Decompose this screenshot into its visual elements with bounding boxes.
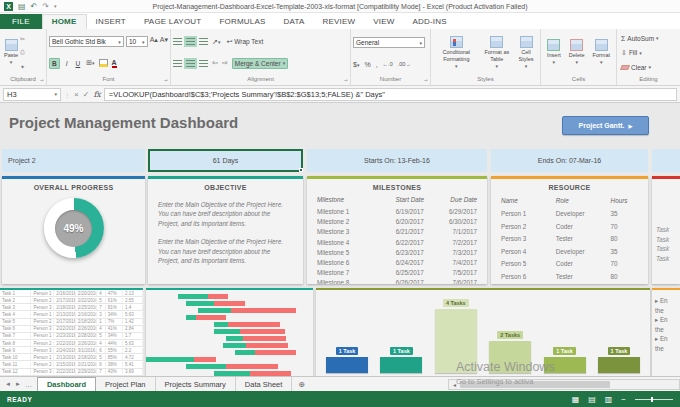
- increase-decimal-icon[interactable]: ←.0: [383, 61, 393, 67]
- percent-style-icon[interactable]: %: [364, 61, 370, 68]
- clipboard-dialog-launcher-icon[interactable]: ⌐: [40, 78, 44, 84]
- fill-button[interactable]: ⇩Fill▾: [619, 48, 644, 58]
- scrollbar-thumb[interactable]: [460, 381, 610, 388]
- italic-button[interactable]: I: [64, 59, 70, 68]
- shrink-font-icon[interactable]: A▾: [160, 36, 168, 47]
- task-table-row[interactable]: Task 9Person 32/24/20163/1/2016655%2.2: [0, 347, 143, 354]
- sheet-more-icon[interactable]: …: [25, 381, 32, 388]
- header-cell-partial[interactable]: [652, 149, 680, 172]
- qat-dropdown-icon[interactable]: ▾: [54, 3, 57, 9]
- zoom-out-icon[interactable]: −: [621, 395, 626, 404]
- task-table-row[interactable]: Task 1Person 12/16/20162/20/2016447%2.13: [0, 290, 143, 297]
- task-table-row[interactable]: Task 4Person 12/13/20162/16/2016334%5.63: [0, 311, 143, 318]
- font-dialog-launcher-icon[interactable]: ⌐: [164, 78, 168, 84]
- ribbon-tab-insert[interactable]: INSERT: [87, 15, 135, 29]
- fill-color-icon[interactable]: [99, 59, 108, 67]
- name-box[interactable]: H3 ▾: [3, 88, 61, 101]
- ribbon-tab-home[interactable]: HOME: [42, 14, 87, 29]
- align-middle-icon[interactable]: [186, 38, 195, 45]
- paste-button[interactable]: Paste ▾: [2, 31, 20, 74]
- insert-cells-button[interactable]: Insert▾: [545, 31, 563, 74]
- underline-button[interactable]: U: [74, 59, 83, 68]
- ribbon-tab-data[interactable]: DATA: [274, 15, 313, 29]
- task-table-row[interactable]: Task 3Person 32/18/20162/25/2016781%1.4: [0, 304, 143, 311]
- accounting-format-icon[interactable]: $▾: [353, 61, 359, 68]
- align-bottom-icon[interactable]: [199, 38, 208, 45]
- decrease-indent-icon[interactable]: ⇦: [212, 59, 218, 67]
- wrap-text-button[interactable]: ↩Wrap Text: [224, 37, 265, 47]
- copy-icon[interactable]: ⎙: [20, 49, 25, 56]
- sheet-tab-project-plan[interactable]: Project Plan: [96, 377, 155, 391]
- autosum-button[interactable]: ΣAutoSum▾: [619, 34, 661, 43]
- clear-button[interactable]: Clear▾: [619, 63, 653, 72]
- delete-cells-button[interactable]: Delete▾: [567, 31, 587, 74]
- alignment-dialog-launcher-icon[interactable]: ⌐: [344, 78, 348, 84]
- align-center-icon[interactable]: [186, 60, 195, 67]
- ribbon-tab-page-layout[interactable]: PAGE LAYOUT: [135, 15, 210, 29]
- cell-styles-button[interactable]: Cell Styles▾: [514, 31, 538, 74]
- ribbon-tab-view[interactable]: VIEW: [364, 15, 403, 29]
- task-table-row[interactable]: Task 10Person 12/13/20162/18/2016585%4.7…: [0, 354, 143, 361]
- ribbon-tab-formulas[interactable]: FORMULAS: [210, 15, 274, 29]
- task-table-row[interactable]: Task 11Person 22/15/20162/21/2016638%5.4…: [0, 361, 143, 368]
- new-sheet-icon[interactable]: ⊕: [292, 377, 311, 391]
- scroll-left-icon[interactable]: ◄: [449, 382, 460, 388]
- increase-indent-icon[interactable]: ⇨: [222, 59, 228, 67]
- project-name-cell[interactable]: Project 2: [2, 149, 145, 172]
- align-top-icon[interactable]: [173, 38, 182, 45]
- redo-icon[interactable]: ↷: [42, 2, 49, 11]
- sheet-tab-projects-summary[interactable]: Projects Summary: [156, 377, 236, 391]
- zoom-slider[interactable]: [635, 399, 673, 400]
- enter-icon[interactable]: ✓: [83, 90, 90, 99]
- sheet-prev-icon[interactable]: ◄: [5, 381, 11, 387]
- save-icon[interactable]: ▤: [18, 2, 26, 11]
- horizontal-scrollbar[interactable]: ◄: [448, 379, 680, 390]
- resource-row: Person 5 Coder 70: [501, 258, 638, 271]
- task-table-row[interactable]: Task 7Person 12/23/20162/28/2016534%1.7: [0, 333, 143, 340]
- start-date-cell[interactable]: Starts On: 13-Feb-16: [307, 149, 487, 172]
- insert-function-icon[interactable]: fx: [93, 90, 100, 99]
- format-cells-button[interactable]: Format▾: [591, 31, 612, 74]
- decrease-decimal-icon[interactable]: .00→: [398, 61, 411, 67]
- cancel-icon[interactable]: ×: [74, 90, 79, 99]
- page-layout-view-icon[interactable]: ▤: [588, 395, 596, 404]
- number-dialog-launcher-icon[interactable]: ⌐: [424, 78, 428, 84]
- fill-handle[interactable]: [299, 168, 303, 172]
- format-as-table-button[interactable]: Format as Table▾: [480, 31, 514, 74]
- ribbon-tab-add-ins[interactable]: ADD-INS: [403, 15, 455, 29]
- merge-center-button[interactable]: Merge & Center▾: [232, 58, 288, 69]
- conditional-formatting-button[interactable]: Conditional Formatting▾: [433, 31, 480, 74]
- format-painter-icon[interactable]: ✦: [20, 63, 25, 70]
- end-date-cell[interactable]: Ends On: 07-Mar-16: [491, 149, 648, 172]
- task-table-row[interactable]: Task 5Person 22/17/20162/18/201617%1.42: [0, 319, 143, 326]
- undo-icon[interactable]: ↶: [31, 2, 38, 11]
- grow-font-icon[interactable]: A▴: [150, 36, 158, 47]
- task-table-row[interactable]: Task 12Person 32/22/20162/29/2016743%3.6…: [0, 369, 143, 376]
- task-table-row[interactable]: Task 2Person 22/17/20162/22/2016561%2.55: [0, 297, 143, 304]
- normal-view-icon[interactable]: ▦: [572, 395, 580, 404]
- task-table-row[interactable]: Task 6Person 32/22/20162/26/2016441%2.84: [0, 326, 143, 333]
- sheet-tab-dashboard[interactable]: Dashboard: [37, 377, 96, 391]
- bold-button[interactable]: B: [49, 58, 60, 69]
- formula-input[interactable]: =VLOOKUP(Dashboard!$C$3;'Projects Summar…: [104, 88, 677, 101]
- duration-cell-selected[interactable]: 61 Days: [148, 149, 303, 172]
- ribbon-tab-review[interactable]: REVIEW: [313, 15, 364, 29]
- orientation-icon[interactable]: ↗▾: [212, 38, 220, 46]
- page-break-view-icon[interactable]: ▥: [605, 395, 613, 404]
- align-right-icon[interactable]: [199, 60, 208, 67]
- font-size-select[interactable]: 10▾: [126, 36, 148, 47]
- number-format-select[interactable]: General▾: [353, 37, 425, 48]
- cut-icon[interactable]: ✂: [20, 35, 25, 42]
- comma-style-icon[interactable]: ,: [376, 61, 378, 68]
- ribbon-tab-file[interactable]: FILE: [0, 14, 42, 29]
- sheet-next-icon[interactable]: ►: [15, 381, 21, 387]
- borders-icon[interactable]: ⊞▾: [86, 59, 94, 67]
- font-color-icon[interactable]: A: [112, 59, 117, 68]
- font-name-select[interactable]: Bell Gothic Std Blk▾: [49, 36, 124, 47]
- task-table-row[interactable]: Task 8Person 22/22/20162/26/2016444%5.63: [0, 340, 143, 347]
- project-gantt-button[interactable]: Project Gantt. ▶: [562, 116, 649, 135]
- paste-dropdown-icon[interactable]: ▾: [10, 59, 13, 65]
- align-left-icon[interactable]: [173, 60, 182, 67]
- sheet-tab-data-sheet[interactable]: Data Sheet: [236, 377, 293, 391]
- name-box-dropdown-icon[interactable]: ▾: [54, 91, 57, 97]
